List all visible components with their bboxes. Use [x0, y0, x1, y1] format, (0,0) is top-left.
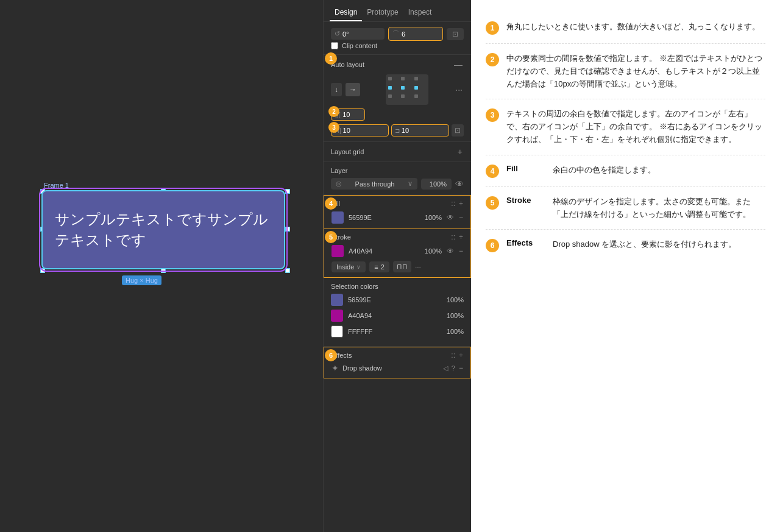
layer-section: Layer ◎ Pass through ∨ 100% 👁	[324, 162, 471, 195]
effects-dots-icon[interactable]: ::	[451, 351, 455, 360]
info-row-6: 6 Effects Drop shadow を選ぶと、要素に影を付けられます。	[486, 230, 765, 261]
info-content-2: 中の要素同士の間隔を数値で指定します。 ※左図ではテキストがひとつだけなので、見…	[506, 52, 765, 90]
selection-colors-section: Selection colors 56599E 100% A40A94 100%…	[324, 278, 471, 347]
effect-settings-icon[interactable]: ◁	[443, 364, 448, 372]
handle-br[interactable]	[285, 268, 290, 273]
align-dot-3	[414, 77, 418, 80]
tab-design[interactable]: Design	[330, 4, 362, 21]
frame-box[interactable]: サンプルテキストですサンプルテキストです	[41, 190, 285, 269]
info-row-2: 2 中の要素同士の間隔を数値で指定します。 ※左図ではテキストがひとつだけなので…	[486, 44, 765, 99]
padding-h-input[interactable]	[343, 127, 358, 134]
padding-v-input[interactable]	[402, 127, 417, 134]
clip-content-checkbox[interactable]	[331, 42, 338, 49]
sel-hex-2: A40A94	[348, 312, 438, 319]
stroke-remove-icon[interactable]: −	[459, 247, 463, 255]
info-badge-5: 5	[486, 196, 499, 210]
effect-help-icon[interactable]: ?	[452, 364, 455, 372]
layer-mode-value: Pass through	[355, 180, 395, 188]
fill-color-swatch[interactable]	[332, 211, 344, 224]
sel-swatch-3[interactable]	[331, 325, 343, 338]
align-dot-1	[388, 77, 392, 80]
info-text-2: 中の要素同士の間隔を数値で指定します。 ※左図ではテキストがひとつだけなので、見…	[506, 54, 762, 88]
clip-content-label: Clip content	[342, 42, 377, 49]
layer-visibility-icon[interactable]: 👁	[455, 179, 464, 189]
sel-opacity-3: 100%	[442, 328, 464, 335]
padding-resize-btn[interactable]: ⊡	[452, 124, 464, 137]
info-badge-1: 1	[486, 21, 499, 35]
badge-1: 1	[325, 52, 337, 65]
stroke-visibility-icon[interactable]: 👁	[447, 247, 454, 255]
align-dot-5	[401, 86, 405, 90]
stroke-position-chevron: ∨	[356, 264, 361, 270]
info-text-5: 枠線のデザインを指定します。太さの変更も可能。また「上だけ線を付ける」といった細…	[553, 196, 765, 221]
sel-swatch-1[interactable]	[331, 294, 343, 306]
layout-grid-section: Layout grid +	[324, 142, 471, 162]
stroke-section-wrapper: 5 Stroke :: + A40A94 100% 👁 − Inside ∨	[324, 229, 471, 278]
tab-prototype[interactable]: Prototype	[362, 4, 403, 21]
sel-colors-title: Selection colors	[331, 283, 378, 290]
dir-down-btn[interactable]: ↓	[331, 83, 342, 96]
align-dot-6	[414, 86, 418, 90]
padding-v-group: ⊐	[391, 124, 449, 137]
sel-swatch-2[interactable]	[331, 310, 343, 322]
badge-5: 5	[325, 231, 337, 243]
info-title-5: Stroke	[506, 196, 543, 205]
stroke-add-icon[interactable]: +	[459, 233, 463, 241]
stroke-style-icon: ≡ 2	[369, 261, 389, 272]
info-row-4: 4 Fill 余白の中の色を指定します。	[486, 155, 765, 187]
corner-radius-input[interactable]	[402, 30, 439, 38]
handle-rm[interactable]	[285, 227, 290, 232]
layout-grid-add-btn[interactable]: +	[456, 147, 464, 157]
frame-size-label: Hug × Hug	[122, 275, 161, 285]
dir-right-btn[interactable]: →	[346, 83, 360, 96]
stroke-color-swatch[interactable]	[332, 245, 344, 257]
design-panel: Design Prototype Inspect 1 ↺ ⌒ ⊡ Clip co…	[323, 0, 471, 532]
badge-3: 3	[328, 122, 339, 133]
info-text-6: Drop shadow を選ぶと、要素に影を付けられます。	[553, 238, 736, 251]
info-content-5: Stroke 枠線のデザインを指定します。太さの変更も可能。また「上だけ線を付け…	[506, 196, 765, 221]
sel-color-row-1: 56599E 100%	[331, 294, 464, 306]
spacing-value-input[interactable]	[342, 111, 361, 118]
frame-text: サンプルテキストですサンプルテキストです	[55, 209, 272, 250]
info-text-3: テキストの周辺の余白を数値で指定します。左のアイコンが「左右」で、右のアイコンが…	[506, 109, 762, 144]
info-badge-6: 6	[486, 239, 499, 252]
stroke-ends-icon: ⊓⊓	[393, 261, 411, 272]
autolayout-more-btn[interactable]: ···	[454, 85, 464, 94]
effect-name: Drop shadow	[342, 364, 439, 372]
effect-remove-icon[interactable]: −	[459, 364, 463, 372]
fill-opacity-value: 100%	[420, 214, 442, 221]
info-text-1: 角丸にしたいときに使います。数値が大きいほど、丸っこくなります。	[506, 22, 760, 31]
sel-opacity-2: 100%	[442, 312, 464, 319]
fill-remove-icon[interactable]: −	[459, 213, 463, 222]
effects-add-icon[interactable]: +	[459, 351, 463, 360]
stroke-dots-icon[interactable]: ::	[451, 233, 455, 241]
stroke-more-icon[interactable]: ···	[415, 263, 421, 271]
fill-dots-icon[interactable]: ::	[451, 199, 455, 208]
effects-section-wrapper: 6 Effects :: + ✦ Drop shadow ◁ ? −	[324, 347, 471, 378]
layer-mode-select[interactable]: ◎ Pass through ∨	[331, 178, 417, 190]
info-title-4: Fill	[506, 164, 543, 173]
stroke-position-select[interactable]: Inside ∨	[332, 261, 366, 272]
resize-icon: ⊡	[452, 30, 458, 38]
info-content-3: テキストの周辺の余白を数値で指定します。左のアイコンが「左右」で、右のアイコンが…	[506, 108, 765, 146]
autolayout-title: Auto layout	[331, 61, 364, 68]
fill-add-icon[interactable]: +	[459, 199, 463, 208]
badge-4: 4	[325, 197, 337, 210]
info-row-5: 5 Stroke 枠線のデザインを指定します。太さの変更も可能。また「上だけ線を…	[486, 187, 765, 230]
handle-tr[interactable]	[285, 189, 290, 194]
info-row-3: 3 テキストの周辺の余白を数値で指定します。左のアイコンが「左右」で、右のアイコ…	[486, 99, 765, 155]
align-dot-2	[401, 77, 405, 80]
fill-visibility-icon[interactable]: 👁	[447, 213, 454, 222]
stroke-color-value: A40A94	[349, 247, 416, 255]
frame-label: Frame 1	[44, 182, 69, 189]
tab-inspect[interactable]: Inspect	[403, 4, 437, 21]
autolayout-minus-btn[interactable]: —	[453, 60, 464, 69]
info-badge-4: 4	[486, 165, 499, 178]
clip-content-row: Clip content	[324, 41, 471, 55]
rotation-input[interactable]	[342, 30, 381, 38]
stroke-section: Stroke :: + A40A94 100% 👁 − Inside ∨	[324, 229, 471, 278]
layer-opacity-input[interactable]: 100%	[421, 179, 452, 190]
effect-row-1: ✦ Drop shadow ◁ ? −	[332, 363, 463, 373]
align-dot-8	[401, 94, 405, 98]
info-content-6: Effects Drop shadow を選ぶと、要素に影を付けられます。	[506, 238, 765, 251]
